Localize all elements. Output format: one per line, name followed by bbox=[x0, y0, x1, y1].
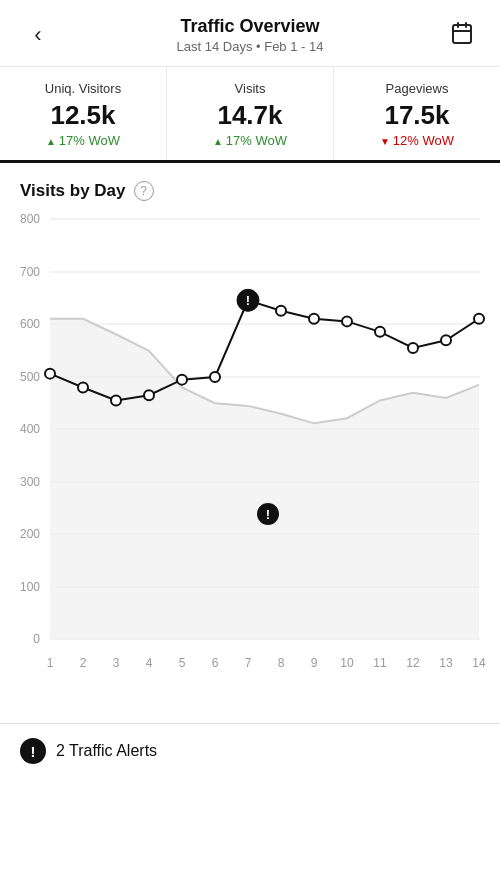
svg-text:100: 100 bbox=[20, 580, 40, 594]
stat-wow-0: 17% WoW bbox=[10, 133, 156, 148]
alerts-icon: ! bbox=[20, 738, 46, 764]
svg-text:!: ! bbox=[266, 507, 270, 522]
stat-uniq-visitors[interactable]: Uniq. Visitors 12.5k 17% WoW bbox=[0, 67, 167, 160]
stat-wow-text-0: 17% WoW bbox=[59, 133, 120, 148]
header-center: Traffic Overview Last 14 Days • Feb 1 - … bbox=[56, 16, 444, 54]
data-dot-3 bbox=[111, 395, 121, 405]
data-dot-6 bbox=[210, 372, 220, 382]
svg-rect-0 bbox=[453, 25, 471, 43]
data-dot-1 bbox=[45, 369, 55, 379]
svg-text:200: 200 bbox=[20, 527, 40, 541]
alerts-label: 2 Traffic Alerts bbox=[56, 742, 157, 760]
visits-chart: .grid-line { stroke: #e5e5e5; stroke-wid… bbox=[10, 209, 490, 699]
alerts-bar[interactable]: ! 2 Traffic Alerts bbox=[0, 723, 500, 778]
section-title-row: Visits by Day ? bbox=[0, 163, 500, 209]
back-button[interactable]: ‹ bbox=[20, 22, 56, 48]
svg-text:9: 9 bbox=[311, 656, 318, 670]
stat-pageviews[interactable]: Pageviews 17.5k 12% WoW bbox=[334, 67, 500, 160]
data-dot-9 bbox=[309, 314, 319, 324]
svg-text:600: 600 bbox=[20, 317, 40, 331]
stat-wow-1: 17% WoW bbox=[177, 133, 323, 148]
svg-text:6: 6 bbox=[212, 656, 219, 670]
svg-text:10: 10 bbox=[340, 656, 354, 670]
svg-text:8: 8 bbox=[278, 656, 285, 670]
svg-text:2: 2 bbox=[80, 656, 87, 670]
stat-visits[interactable]: Visits 14.7k 17% WoW bbox=[167, 67, 334, 160]
alert-exclamation: ! bbox=[31, 743, 36, 760]
arrow-up-icon-0 bbox=[46, 133, 56, 148]
data-dot-10 bbox=[342, 316, 352, 326]
svg-text:5: 5 bbox=[179, 656, 186, 670]
chart-container: .grid-line { stroke: #e5e5e5; stroke-wid… bbox=[0, 209, 500, 713]
data-dot-2 bbox=[78, 383, 88, 393]
svg-text:400: 400 bbox=[20, 422, 40, 436]
svg-text:!: ! bbox=[246, 293, 250, 308]
svg-text:0: 0 bbox=[33, 632, 40, 646]
stat-wow-text-2: 12% WoW bbox=[393, 133, 454, 148]
data-dot-4 bbox=[144, 390, 154, 400]
data-dot-11 bbox=[375, 327, 385, 337]
stat-value-1: 14.7k bbox=[177, 100, 323, 131]
svg-text:1: 1 bbox=[47, 656, 54, 670]
help-icon[interactable]: ? bbox=[134, 181, 154, 201]
stat-label-0: Uniq. Visitors bbox=[10, 81, 156, 96]
svg-text:12: 12 bbox=[406, 656, 420, 670]
svg-text:14: 14 bbox=[472, 656, 486, 670]
stat-value-2: 17.5k bbox=[344, 100, 490, 131]
header-subtitle: Last 14 Days • Feb 1 - 14 bbox=[56, 39, 444, 54]
arrow-up-icon-1 bbox=[213, 133, 223, 148]
svg-text:4: 4 bbox=[146, 656, 153, 670]
data-dot-8 bbox=[276, 306, 286, 316]
svg-text:700: 700 bbox=[20, 265, 40, 279]
data-dot-5 bbox=[177, 375, 187, 385]
header: ‹ Traffic Overview Last 14 Days • Feb 1 … bbox=[0, 0, 500, 67]
page-title: Traffic Overview bbox=[56, 16, 444, 37]
svg-text:500: 500 bbox=[20, 370, 40, 384]
stat-value-0: 12.5k bbox=[10, 100, 156, 131]
visits-by-day-title: Visits by Day bbox=[20, 181, 126, 201]
svg-marker-36 bbox=[50, 319, 479, 639]
stats-row: Uniq. Visitors 12.5k 17% WoW Visits 14.7… bbox=[0, 67, 500, 163]
svg-text:300: 300 bbox=[20, 475, 40, 489]
arrow-down-icon-2 bbox=[380, 133, 390, 148]
data-dot-14 bbox=[474, 314, 484, 324]
stat-label-2: Pageviews bbox=[344, 81, 490, 96]
stat-label-1: Visits bbox=[177, 81, 323, 96]
calendar-button[interactable] bbox=[444, 21, 480, 50]
stat-wow-2: 12% WoW bbox=[344, 133, 490, 148]
svg-text:800: 800 bbox=[20, 212, 40, 226]
stat-wow-text-1: 17% WoW bbox=[226, 133, 287, 148]
data-dot-13 bbox=[441, 335, 451, 345]
svg-text:3: 3 bbox=[113, 656, 120, 670]
svg-text:13: 13 bbox=[439, 656, 453, 670]
data-dot-12 bbox=[408, 343, 418, 353]
svg-text:7: 7 bbox=[245, 656, 252, 670]
svg-text:11: 11 bbox=[373, 656, 387, 670]
